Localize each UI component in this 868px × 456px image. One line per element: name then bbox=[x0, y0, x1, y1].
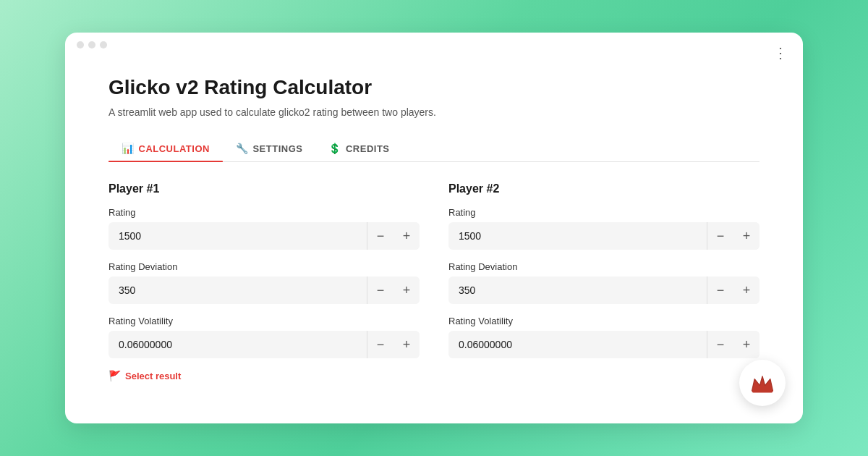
credits-icon: 💲 bbox=[328, 143, 341, 154]
player2-deviation-label: Rating Deviation bbox=[448, 261, 760, 272]
top-bar-dot-1 bbox=[77, 41, 84, 48]
player1-deviation-minus-button[interactable]: − bbox=[367, 276, 393, 304]
player1-deviation-label: Rating Deviation bbox=[109, 261, 420, 272]
player1-title: Player #1 bbox=[109, 182, 420, 195]
minus-icon: − bbox=[717, 229, 725, 242]
tab-calculation-label: CALCULATION bbox=[139, 143, 210, 154]
player1-volatility-minus-button[interactable]: − bbox=[367, 331, 393, 358]
plus-icon: + bbox=[743, 229, 751, 242]
flag-icon: 🚩 bbox=[109, 370, 121, 381]
player1-rating-label: Rating bbox=[109, 207, 420, 218]
tab-bar: 📊 CALCULATION 🔧 SETTINGS 💲 CREDITS bbox=[109, 135, 760, 162]
select-result[interactable]: 🚩 Select result bbox=[109, 370, 420, 381]
plus-icon: + bbox=[403, 284, 411, 297]
player2-volatility-input-wrapper: − + bbox=[448, 331, 760, 358]
app-card: ⋮ Glicko v2 Rating Calculator A streamli… bbox=[65, 33, 803, 423]
main-content: Glicko v2 Rating Calculator A streamlit … bbox=[65, 33, 803, 403]
settings-icon: 🔧 bbox=[236, 143, 249, 154]
app-subtitle: A streamlit web app used to calculate gl… bbox=[109, 106, 760, 118]
player2-deviation-plus-button[interactable]: + bbox=[733, 276, 760, 304]
player2-rating-label: Rating bbox=[448, 207, 760, 218]
player1-rating-minus-button[interactable]: − bbox=[367, 222, 393, 250]
player1-rating-input-wrapper: − + bbox=[109, 222, 420, 250]
crown-fab-button[interactable] bbox=[739, 360, 786, 406]
player1-deviation-plus-button[interactable]: + bbox=[393, 276, 420, 304]
menu-button[interactable]: ⋮ bbox=[773, 44, 788, 62]
player2-rating-minus-button[interactable]: − bbox=[707, 222, 733, 250]
top-bar-dot-3 bbox=[100, 41, 107, 48]
player1-volatility-input-wrapper: − + bbox=[109, 331, 420, 358]
player1-section: Player #1 Rating − + Rating Deviation − … bbox=[109, 182, 420, 381]
svg-marker-0 bbox=[752, 376, 773, 391]
top-bar bbox=[77, 41, 107, 48]
plus-icon: + bbox=[403, 338, 411, 351]
calculation-icon: 📊 bbox=[122, 143, 135, 154]
tab-credits-label: CREDITS bbox=[346, 143, 390, 154]
player2-deviation-input-wrapper: − + bbox=[448, 276, 760, 304]
minus-icon: − bbox=[377, 338, 385, 351]
player2-volatility-input[interactable] bbox=[448, 332, 707, 358]
crown-icon bbox=[749, 370, 775, 396]
player1-rating-plus-button[interactable]: + bbox=[393, 222, 420, 250]
player1-volatility-label: Rating Volatility bbox=[109, 316, 420, 326]
app-title: Glicko v2 Rating Calculator bbox=[109, 76, 760, 99]
player2-rating-plus-button[interactable]: + bbox=[733, 222, 760, 250]
player2-rating-input-wrapper: − + bbox=[448, 222, 760, 250]
plus-icon: + bbox=[743, 284, 751, 297]
player1-volatility-input[interactable] bbox=[109, 332, 367, 358]
player1-rating-input[interactable] bbox=[109, 223, 367, 249]
player2-section: Player #2 Rating − + Rating Deviation − … bbox=[448, 182, 760, 381]
minus-icon: − bbox=[717, 284, 725, 297]
player2-title: Player #2 bbox=[448, 182, 760, 195]
player2-volatility-plus-button[interactable]: + bbox=[733, 331, 760, 358]
minus-icon: − bbox=[377, 229, 385, 242]
player1-deviation-input[interactable] bbox=[109, 277, 367, 303]
player1-deviation-input-wrapper: − + bbox=[109, 276, 420, 304]
minus-icon: − bbox=[717, 338, 725, 351]
player1-volatility-plus-button[interactable]: + bbox=[393, 331, 420, 358]
top-bar-dot-2 bbox=[88, 41, 95, 48]
svg-rect-1 bbox=[752, 390, 773, 393]
player2-rating-input[interactable] bbox=[448, 223, 707, 249]
tab-settings[interactable]: 🔧 SETTINGS bbox=[223, 135, 316, 161]
players-grid: Player #1 Rating − + Rating Deviation − … bbox=[109, 182, 760, 381]
player2-deviation-minus-button[interactable]: − bbox=[707, 276, 733, 304]
tab-credits[interactable]: 💲 CREDITS bbox=[315, 135, 402, 161]
select-result-label: Select result bbox=[125, 371, 181, 381]
plus-icon: + bbox=[743, 338, 751, 351]
minus-icon: − bbox=[377, 284, 385, 297]
player2-volatility-label: Rating Volatility bbox=[448, 316, 760, 326]
player2-volatility-minus-button[interactable]: − bbox=[707, 331, 733, 358]
tab-calculation[interactable]: 📊 CALCULATION bbox=[109, 135, 223, 161]
tab-settings-label: SETTINGS bbox=[252, 143, 302, 154]
player2-deviation-input[interactable] bbox=[448, 277, 707, 303]
plus-icon: + bbox=[403, 229, 411, 242]
